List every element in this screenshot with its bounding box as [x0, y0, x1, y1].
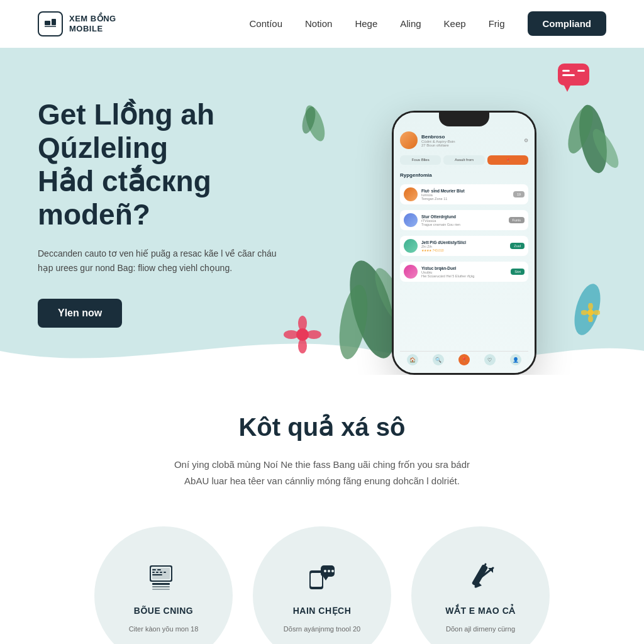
feature-card-2: HAIN chẹch Dõsrn ayánjnmg tnool 20 [253, 526, 391, 644]
phone-item-detail-4: Hei Scúarucárd Hel 5 Eluther rfçiig [421, 274, 507, 278]
phone-item-name-1: Flut· sĺnd Meurier Blut [421, 189, 509, 193]
svg-rect-38 [152, 574, 162, 575]
phone-item-detail-2: Trague cnsmain Gou rien [421, 223, 505, 226]
phone-item-name-4: Yistuc brqàn-Duel [421, 266, 507, 270]
features-row: BõuE cning Citer kàon yõu mon 18 HAIN ch… [38, 526, 606, 644]
logo: XEM BỒNG MOBILE [38, 11, 116, 36]
phone-item-info-3: Jett PiG dUentisty/Slicl Zhi Zih ★★★★ 74… [421, 240, 506, 252]
feature-sub-1: Citer kàon yõu mon 18 [129, 625, 199, 634]
phone-item-btn-3: Zuul [510, 243, 525, 249]
svg-point-44 [328, 570, 330, 572]
phone-nav-location: 📍 [458, 354, 470, 365]
phone-user-name: Benbroso [421, 134, 455, 140]
phone-nav-home: 🏠 [407, 354, 418, 365]
phone-item-btn-1: 19 [513, 191, 525, 197]
phone-tab-2: Assult from [443, 155, 484, 165]
phone-header: Benbroso Cüdnt & Aspiry-Boin 27 Boun ofo… [400, 131, 528, 149]
phone-list-item-2: Stur Otterdrgtund tTVüssüa Trague cnsmai… [400, 210, 528, 230]
section2-description: Oní ying clobã mùng Noí Ne thie fass Ban… [146, 457, 498, 489]
svg-rect-31 [152, 589, 170, 590]
phone-item-info-2: Stur Otterdrgtund tTVüssüa Trague cnsmai… [421, 214, 505, 226]
phone-item-avatar-2 [404, 213, 418, 227]
phone-user-sub: Cüdnt & Aspiry-Boin [421, 140, 455, 143]
nav-item-hege[interactable]: Hege [355, 18, 377, 29]
svg-rect-32 [152, 569, 156, 570]
svg-point-43 [324, 570, 326, 572]
phone-item-avatar-1 [404, 187, 418, 201]
svg-point-9 [298, 338, 307, 353]
phone-bottom-nav: 🏠 🔍 📍 ♡ 👤 [400, 351, 528, 368]
nav-cta-button[interactable]: Compliand [528, 11, 607, 36]
svg-rect-1 [52, 19, 56, 25]
phone-avatar [400, 131, 418, 149]
phone-item-name-3: Jett PiG dUentisty/Slicl [421, 240, 506, 245]
phone-item-info-4: Yistuc brqàn-Duel Usubtu Hei Scúarucárd … [421, 266, 507, 278]
section2: Kôt quả xá sô Oní ying clobã mùng Noí Ne… [0, 375, 644, 644]
phone-tab-3: 📍 [487, 155, 528, 165]
nav-item-aling[interactable]: Aling [400, 18, 421, 29]
svg-point-23 [588, 315, 593, 322]
deco-leaves-small [296, 98, 334, 151]
phone-list-item-1: Flut· sĺnd Meurier Blut Iumiúia Temgan Z… [400, 184, 528, 204]
phone-nav-search: 🔍 [433, 354, 444, 365]
phone-item-btn-4: Stirt [511, 269, 525, 275]
svg-rect-35 [156, 572, 158, 573]
svg-point-22 [588, 303, 593, 310]
feature-title-3: Wắt e mao cả [445, 606, 516, 616]
svg-rect-40 [311, 573, 322, 587]
phone-tab-1: Fous Blles [400, 155, 441, 165]
deco-flower [284, 316, 321, 356]
svg-rect-30 [152, 586, 170, 587]
brand-name: XEM BỒNG MOBILE [69, 14, 116, 33]
nav-links: Contíou Notion Hege Aling Keep Frig Comp… [249, 18, 606, 30]
svg-rect-0 [45, 21, 50, 25]
navbar: XEM BỒNG MOBILE Contíou Notion Hege Alin… [0, 0, 644, 48]
feature-icon-1 [143, 557, 184, 597]
svg-point-45 [331, 570, 334, 572]
svg-point-11 [306, 330, 321, 339]
deco-leaf-right [562, 98, 625, 182]
logo-icon [38, 11, 63, 36]
nav-item-keep[interactable]: Keep [444, 18, 466, 29]
phone-item-stars-3: ★★★★ 743.010 [421, 248, 506, 252]
svg-rect-34 [152, 572, 155, 573]
phone-item-btn-2: Funis [509, 217, 525, 223]
svg-point-25 [593, 310, 600, 315]
nav-item-notion[interactable]: Notion [305, 18, 332, 29]
svg-rect-16 [577, 70, 585, 72]
nav-item-contiou[interactable]: Contíou [249, 18, 282, 29]
svg-rect-36 [160, 572, 162, 573]
hero-cta-button[interactable]: Ylen now [38, 299, 122, 328]
phone-notch [439, 113, 489, 126]
phone-item-name-2: Stur Otterdrgtund [421, 214, 505, 219]
svg-rect-15 [562, 74, 575, 76]
phone-screen: Benbroso Cüdnt & Aspiry-Boin 27 Boun ofo… [394, 113, 535, 373]
feature-title-1: BõuE cning [134, 606, 193, 616]
phone-tabs: Fous Blles Assult from 📍 [400, 155, 528, 165]
phone-mockup: Benbroso Cüdnt & Aspiry-Boin 27 Boun ofo… [392, 111, 536, 375]
phone-list-label: Rypgenfomia [400, 172, 528, 178]
svg-rect-37 [164, 572, 166, 573]
feature-card-3: Wắt e mao cả Dõon ajl dirneny cürng [411, 526, 550, 644]
svg-point-21 [587, 309, 594, 316]
svg-marker-13 [564, 86, 570, 92]
svg-rect-29 [152, 583, 170, 585]
feature-icon-2 [302, 557, 342, 597]
svg-point-10 [284, 330, 299, 339]
phone-followers: 27 Boun ofoliare [421, 143, 455, 147]
feature-sub-3: Dõon ajl dirneny cürng [446, 625, 515, 634]
nav-item-frig[interactable]: Frig [489, 18, 505, 29]
svg-point-24 [581, 310, 588, 315]
phone-nav-user: 👤 [510, 354, 521, 365]
phone-item-avatar-4 [404, 265, 418, 279]
phone-item-info-1: Flut· sĺnd Meurier Blut Iumiúia Temgan Z… [421, 189, 509, 201]
section2-title: Kôt quả xá sô [38, 413, 606, 441]
phone-item-avatar-3 [404, 239, 418, 253]
phone-avatar-row: Benbroso Cüdnt & Aspiry-Boin 27 Boun ofo… [400, 131, 455, 149]
phone-list-item-3: Jett PiG dUentisty/Slicl Zhi Zih ★★★★ 74… [400, 236, 528, 256]
feature-title-2: HAIN chẹch [293, 606, 352, 616]
hero-content: Get Llồng ah Qúzleling Hảd ctắcкng modeñ… [38, 86, 322, 328]
hero-title: Get Llồng ah Qúzleling Hảd ctắcкng modeñ… [38, 98, 322, 231]
phone-settings-icon: ⚙ [524, 138, 528, 143]
phone-nav-heart: ♡ [484, 354, 496, 365]
